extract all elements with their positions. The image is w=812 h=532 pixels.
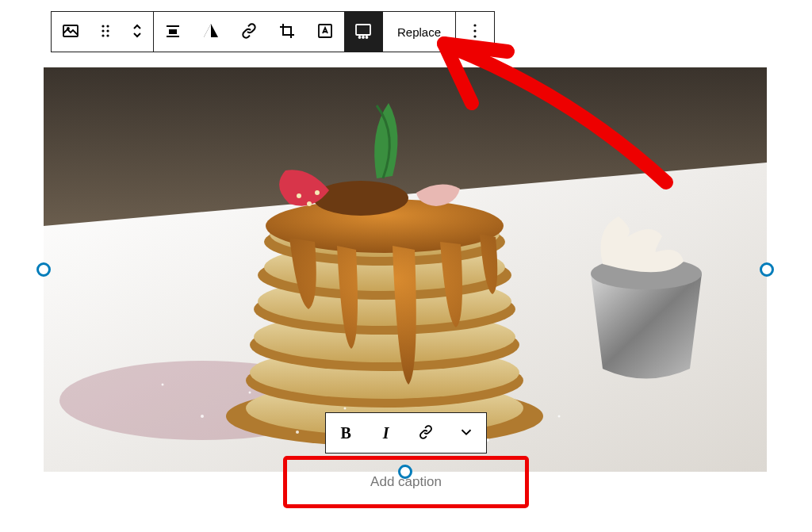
caption-annotation-box (283, 456, 529, 508)
move-updown-button[interactable] (121, 12, 153, 52)
food-illustration (44, 67, 767, 472)
image-block[interactable] (44, 67, 767, 472)
svg-point-16 (473, 24, 476, 26)
svg-point-13 (359, 36, 361, 38)
svg-point-17 (473, 29, 476, 32)
link-icon (417, 423, 435, 443)
drag-handle-icon (96, 21, 115, 43)
svg-point-18 (473, 35, 476, 37)
svg-point-43 (344, 408, 347, 410)
duotone-button[interactable] (192, 12, 230, 52)
svg-point-44 (162, 384, 164, 386)
svg-point-37 (307, 201, 312, 206)
svg-point-42 (296, 431, 299, 434)
align-button[interactable] (154, 12, 192, 52)
link-button[interactable] (230, 12, 268, 52)
italic-icon: I (383, 424, 389, 442)
text-overlay-icon (316, 21, 335, 43)
text-overlay-button[interactable] (306, 12, 344, 52)
svg-point-41 (249, 392, 251, 394)
svg-point-5 (106, 29, 109, 32)
svg-point-15 (366, 36, 368, 38)
crop-button[interactable] (268, 12, 306, 52)
svg-point-4 (102, 29, 104, 32)
more-options-button[interactable] (456, 12, 494, 52)
svg-point-14 (362, 36, 364, 38)
italic-button[interactable]: I (366, 413, 407, 453)
block-toolbar: Replace (51, 11, 495, 52)
svg-rect-9 (169, 29, 177, 34)
svg-point-1 (67, 28, 69, 29)
svg-point-6 (102, 34, 104, 36)
svg-point-3 (106, 25, 109, 27)
resize-handle-right[interactable] (760, 262, 774, 277)
svg-rect-12 (356, 25, 370, 35)
move-updown-icon (128, 21, 147, 43)
svg-point-38 (315, 190, 320, 195)
duotone-icon (201, 21, 220, 43)
svg-point-7 (106, 34, 109, 36)
toolbar-group-more (456, 12, 494, 52)
svg-rect-8 (167, 25, 179, 27)
svg-point-2 (102, 25, 104, 27)
more-vertical-icon (465, 21, 485, 43)
svg-point-35 (313, 181, 408, 216)
align-icon (163, 21, 182, 43)
toolbar-group-block (52, 12, 154, 52)
crop-icon (278, 21, 297, 43)
caption-toggle-button[interactable] (344, 12, 382, 52)
image-icon (61, 21, 80, 43)
svg-point-40 (201, 415, 204, 418)
caption-more-button[interactable] (446, 413, 487, 453)
bold-button[interactable]: B (326, 413, 366, 453)
toolbar-group-replace: Replace (383, 12, 456, 52)
toolbar-drag-move (90, 12, 153, 52)
block-type-button[interactable] (52, 12, 90, 52)
svg-rect-10 (167, 36, 179, 37)
replace-button[interactable]: Replace (383, 12, 455, 52)
caption-link-button[interactable] (406, 413, 446, 453)
image-content (44, 67, 767, 472)
bold-icon: B (341, 424, 351, 442)
caption-input[interactable] (287, 474, 525, 490)
svg-point-36 (297, 193, 301, 198)
drag-handle-button[interactable] (90, 12, 121, 52)
svg-point-46 (558, 415, 561, 418)
resize-handle-left[interactable] (36, 262, 51, 277)
link-icon (239, 21, 259, 43)
caption-toolbar: B I (325, 412, 487, 454)
toolbar-group-format (154, 12, 383, 52)
caption-icon (354, 21, 373, 43)
chevron-down-icon (458, 423, 475, 443)
